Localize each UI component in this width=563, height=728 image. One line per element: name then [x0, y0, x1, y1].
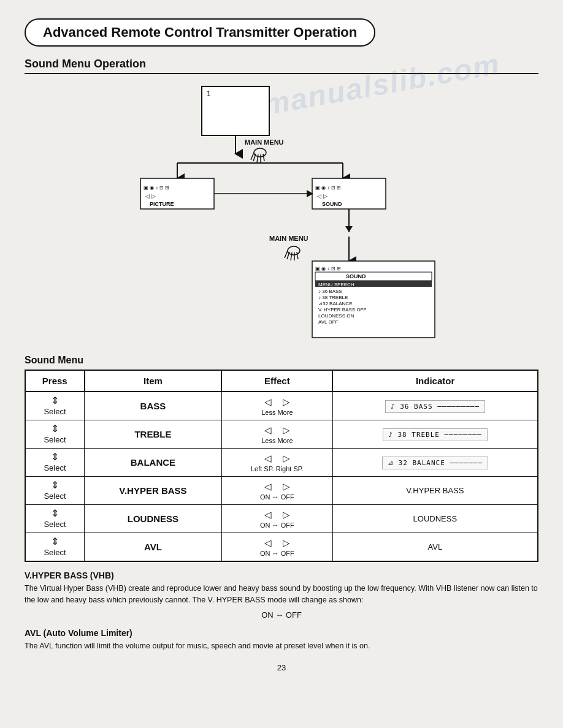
left-arrow-icon: ◁	[264, 481, 272, 492]
right-arrow-icon: ▷	[283, 396, 290, 408]
effect-arrows: ◁ ▷	[264, 537, 290, 548]
indicator-display: V.HYPER BASS	[406, 486, 464, 495]
effect-label: Left SP. Right SP.	[251, 465, 304, 472]
svg-text:▣ ◉ ♪ ⊡ ⊞: ▣ ◉ ♪ ⊡ ⊞	[315, 266, 341, 271]
item-cell: TREBLE	[85, 420, 222, 449]
svg-line-31	[297, 252, 298, 259]
right-arrow-icon: ▷	[283, 481, 290, 492]
press-cell: ⇕Select	[25, 392, 85, 420]
vhb-title: V.HYPER BASS (VHB)	[25, 571, 538, 580]
svg-text:♪ 38  TREBLE: ♪ 38 TREBLE	[318, 295, 348, 300]
table-row: ⇕SelectAVL ◁ ▷ ON ↔ OFF AVL	[25, 533, 538, 562]
select-label: Select	[44, 407, 66, 416]
section-title-diagram: Sound Menu Operation	[25, 58, 538, 74]
svg-line-5	[251, 153, 254, 160]
sound-menu-table: Press Item Effect Indicator ⇕SelectBASS …	[25, 370, 538, 562]
indicator-display: AVL	[428, 542, 443, 552]
svg-line-9	[263, 154, 264, 161]
indicator-cell: ⊿ 32 BALANCE ───────	[332, 449, 538, 477]
svg-text:▣ ◉ ♪ ⊡ ⊞: ▣ ◉ ♪ ⊡ ⊞	[144, 185, 169, 191]
select-arrow-icon: ⇕	[51, 424, 59, 434]
item-cell: AVL	[85, 533, 222, 562]
item-name: TREBLE	[134, 429, 171, 439]
effect-arrows: ◁ ▷	[264, 425, 290, 436]
press-cell: ⇕Select	[25, 533, 85, 562]
press-cell: ⇕Select	[25, 477, 85, 505]
select-label: Select	[44, 520, 66, 529]
svg-point-26	[288, 246, 300, 255]
indicator-display: ♪ 36 BASS ─────────	[385, 400, 485, 413]
select-arrow-icon: ⇕	[51, 396, 59, 406]
left-arrow-icon: ◁	[264, 509, 272, 520]
right-arrow-icon: ▷	[283, 453, 290, 464]
effect-label: ON ↔ OFF	[260, 550, 294, 557]
svg-text:⊿32  BALANCE: ⊿32 BALANCE	[318, 301, 352, 306]
svg-point-4	[254, 148, 266, 157]
indicator-cell: ♪ 38 TREBLE ────────	[332, 420, 538, 449]
item-name: BASS	[140, 401, 166, 411]
effect-arrows: ◁ ▷	[264, 396, 290, 408]
effect-cell: ◁ ▷ ON ↔ OFF	[221, 477, 332, 505]
svg-marker-24	[345, 226, 353, 232]
right-arrow-icon: ▷	[283, 509, 290, 520]
svg-text:◁ ▷: ◁ ▷	[317, 193, 327, 199]
right-arrow-icon: ▷	[283, 537, 290, 548]
svg-line-29	[291, 252, 292, 260]
svg-text:▣ ◉ ♪ ⊡ ⊞: ▣ ◉ ♪ ⊡ ⊞	[315, 185, 341, 191]
svg-rect-0	[202, 86, 269, 135]
vhb-section: V.HYPER BASS (VHB) The Virtual Hyper Bas…	[25, 571, 538, 620]
effect-cell: ◁ ▷ ON ↔ OFF	[221, 533, 332, 562]
table-row: ⇕SelectLOUDNESS ◁ ▷ ON ↔ OFF LOUDNESS	[25, 505, 538, 533]
item-cell: V.HYPER BASS	[85, 477, 222, 505]
svg-line-27	[285, 251, 288, 258]
svg-text:PICTURE: PICTURE	[150, 201, 174, 207]
item-cell: BALANCE	[85, 449, 222, 477]
effect-label: Less More	[261, 409, 293, 416]
svg-text:♪ 36  BASS: ♪ 36 BASS	[318, 289, 342, 294]
svg-text:1: 1	[207, 89, 211, 98]
left-arrow-icon: ◁	[264, 425, 272, 436]
svg-rect-35	[315, 272, 432, 281]
select-arrow-icon: ⇕	[51, 509, 59, 518]
page-title: Advanced Remote Control Transmitter Oper…	[25, 18, 375, 47]
svg-text:◁ ▷: ◁ ▷	[145, 193, 156, 199]
item-name: AVL	[144, 542, 162, 552]
select-label: Select	[44, 548, 66, 557]
page-number: 23	[25, 663, 538, 672]
svg-text:V. HYPER BASS    OFF: V. HYPER BASS OFF	[318, 307, 367, 313]
select-label: Select	[44, 435, 66, 444]
effect-cell: ◁ ▷ Less More	[221, 392, 332, 420]
diagram-svg: 1 MAIN MENU	[104, 80, 459, 344]
select-arrow-icon: ⇕	[51, 480, 59, 490]
indicator-display: ♪ 38 TREBLE ────────	[383, 428, 487, 441]
table-row: ⇕SelectBASS ◁ ▷ Less More ♪ 36 BASS ────…	[25, 392, 538, 420]
avl-title: AVL (Auto Volume Limiter)	[25, 628, 538, 638]
press-cell: ⇕Select	[25, 449, 85, 477]
svg-text:AVL              OFF: AVL OFF	[318, 319, 339, 325]
effect-cell: ◁ ▷ Left SP. Right SP.	[221, 449, 332, 477]
item-name: BALANCE	[131, 457, 175, 468]
indicator-cell: AVL	[332, 533, 538, 562]
table-header-press: Press	[25, 370, 85, 392]
select-label: Select	[44, 463, 66, 472]
table-row: ⇕SelectBALANCE ◁ ▷ Left SP. Right SP. ⊿ …	[25, 449, 538, 477]
indicator-cell: LOUDNESS	[332, 505, 538, 533]
table-row: ⇕SelectV.HYPER BASS ◁ ▷ ON ↔ OFF V.HYPER…	[25, 477, 538, 505]
press-cell: ⇕Select	[25, 505, 85, 533]
item-cell: BASS	[85, 392, 222, 420]
svg-text:MENU SPEECH: MENU SPEECH	[318, 282, 354, 287]
effect-cell: ◁ ▷ ON ↔ OFF	[221, 505, 332, 533]
svg-text:SOUND: SOUND	[322, 201, 342, 207]
item-name: V.HYPER BASS	[119, 485, 186, 496]
avl-section: AVL (Auto Volume Limiter) The AVL functi…	[25, 628, 538, 652]
svg-text:SOUND: SOUND	[346, 273, 366, 279]
svg-text:MAIN MENU: MAIN MENU	[269, 235, 308, 242]
table-header-indicator: Indicator	[332, 370, 538, 392]
indicator-cell: ♪ 36 BASS ─────────	[332, 392, 538, 420]
left-arrow-icon: ◁	[264, 537, 272, 548]
select-arrow-icon: ⇕	[51, 537, 59, 547]
table-header-item: Item	[85, 370, 222, 392]
effect-cell: ◁ ▷ Less More	[221, 420, 332, 449]
indicator-display: ⊿ 32 BALANCE ───────	[382, 457, 488, 469]
indicator-display: LOUDNESS	[413, 514, 458, 523]
